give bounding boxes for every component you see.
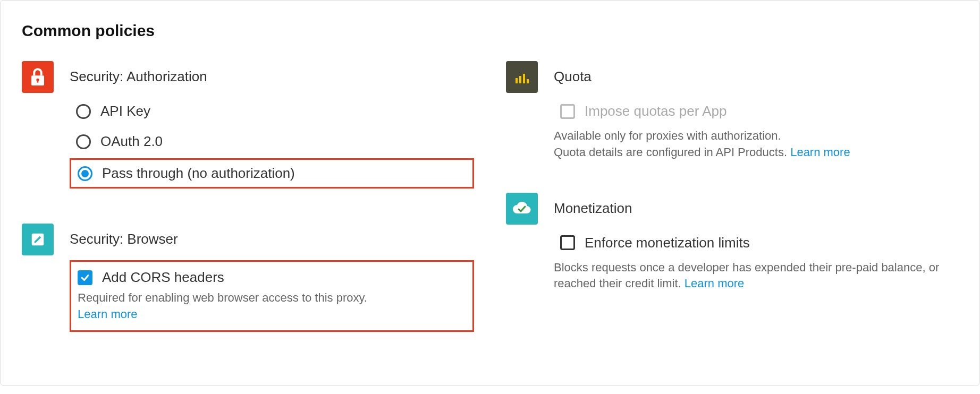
quota-learn-more-link[interactable]: Learn more	[790, 145, 850, 159]
radio-api-key[interactable]	[76, 104, 91, 119]
bars-icon	[506, 61, 538, 93]
security-browser-title: Security: Browser	[70, 231, 474, 247]
policies-columns: Security: Authorization API Key OAuth 2.…	[22, 61, 958, 364]
security-authorization-content: Security: Authorization API Key OAuth 2.…	[70, 61, 474, 192]
quota-help: Available only for proxies with authoriz…	[554, 128, 958, 161]
radio-api-key-label: API Key	[100, 103, 150, 119]
quota-help-line2: Quota details are configured in API Prod…	[554, 145, 790, 159]
security-authorization-block: Security: Authorization API Key OAuth 2.…	[22, 61, 474, 192]
checkbox-monetization[interactable]	[560, 235, 575, 250]
monetization-block: Monetization Enforce monetization limits…	[506, 193, 958, 293]
quota-block: Quota Impose quotas per App Available on…	[506, 61, 958, 161]
svg-rect-2	[37, 80, 39, 82]
common-policies-panel: Common policies Security: Authorization	[0, 0, 980, 386]
cloud-check-icon	[506, 193, 538, 225]
checkbox-quota-label: Impose quotas per App	[585, 103, 726, 119]
radio-oauth-label: OAuth 2.0	[100, 133, 163, 150]
checkbox-cors-row[interactable]: Add CORS headers	[78, 269, 464, 290]
security-browser-content: Security: Browser Add CORS headers Requi…	[70, 224, 474, 332]
checkbox-cors[interactable]	[78, 270, 92, 285]
quota-help-line1: Available only for proxies with authoriz…	[554, 129, 781, 142]
monetization-learn-more-link[interactable]: Learn more	[685, 277, 745, 290]
cors-highlight-box: Add CORS headers Required for enabling w…	[70, 260, 474, 332]
monetization-content: Monetization Enforce monetization limits…	[554, 193, 958, 293]
monetization-help-text: Blocks requests once a developer has exp…	[554, 261, 939, 290]
svg-rect-4	[516, 78, 518, 83]
quota-title: Quota	[554, 68, 958, 85]
checkbox-quota	[560, 104, 575, 119]
checkbox-monetization-row[interactable]: Enforce monetization limits	[554, 229, 958, 256]
monetization-help: Blocks requests once a developer has exp…	[554, 260, 958, 293]
svg-rect-5	[519, 76, 521, 83]
monetization-title: Monetization	[554, 200, 958, 217]
radio-oauth[interactable]	[76, 134, 91, 149]
lock-icon	[22, 61, 54, 93]
radio-oauth-row[interactable]: OAuth 2.0	[70, 128, 474, 155]
cors-learn-more-link[interactable]: Learn more	[78, 307, 138, 321]
left-column: Security: Authorization API Key OAuth 2.…	[22, 61, 474, 364]
right-column: Quota Impose quotas per App Available on…	[506, 61, 958, 364]
quota-content: Quota Impose quotas per App Available on…	[554, 61, 958, 161]
security-authorization-title: Security: Authorization	[70, 68, 474, 85]
section-title: Common policies	[22, 22, 958, 40]
svg-rect-7	[527, 79, 529, 83]
checkbox-quota-row: Impose quotas per App	[554, 98, 958, 125]
radio-api-key-row[interactable]: API Key	[70, 98, 474, 125]
cors-help: Required for enabling web browser access…	[78, 290, 464, 323]
radio-passthrough[interactable]	[78, 166, 92, 181]
checkbox-cors-label: Add CORS headers	[102, 269, 224, 286]
svg-rect-6	[523, 74, 525, 83]
security-browser-block: Security: Browser Add CORS headers Requi…	[22, 224, 474, 332]
cors-help-text: Required for enabling web browser access…	[78, 291, 367, 304]
radio-passthrough-row[interactable]: Pass through (no authorization)	[70, 158, 474, 189]
pencil-icon	[22, 224, 54, 255]
checkbox-monetization-label: Enforce monetization limits	[585, 235, 750, 251]
radio-passthrough-label: Pass through (no authorization)	[102, 165, 295, 182]
